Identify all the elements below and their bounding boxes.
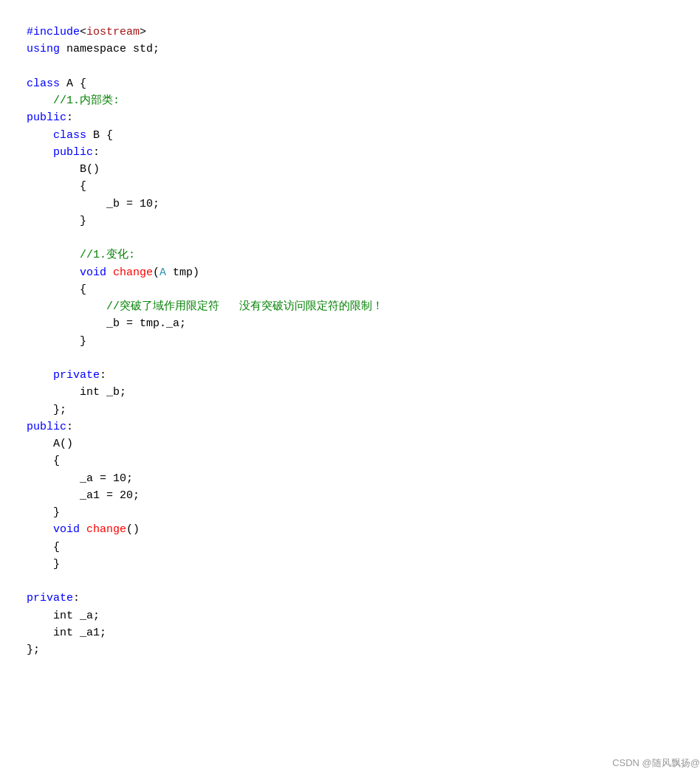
method-change-2: change: [86, 523, 126, 536]
watermark-text: CSDN @随风飘扬@: [612, 756, 700, 771]
comment-change: //1.变化:: [80, 249, 135, 261]
code-editor: #include<iostream> using namespace std; …: [15, 12, 700, 772]
line-1: #include<iostream> using namespace std; …: [27, 26, 383, 656]
comment-domain: //突破了域作用限定符 没有突破访问限定符的限制！: [106, 300, 383, 313]
keyword-public-2: public: [53, 146, 93, 159]
method-change-1: change: [113, 266, 153, 279]
type-a: A: [159, 266, 166, 279]
keyword-class-b: class: [53, 129, 86, 142]
keyword-void-1: void: [80, 266, 106, 279]
code-content: #include<iostream> using namespace std; …: [27, 24, 697, 658]
keyword-public-1: public: [27, 111, 66, 124]
include-lib: iostream: [86, 26, 140, 38]
keyword-class-a: class: [27, 77, 60, 90]
keyword-public-3: public: [27, 421, 66, 433]
constructor-a: A(): [27, 438, 73, 450]
comment-inner-class: //1.内部类:: [53, 94, 120, 107]
keyword-void-2: void: [53, 523, 80, 536]
constructor-b: B(): [27, 163, 100, 176]
keyword-private-2: private: [27, 592, 73, 604]
keyword-private-1: private: [53, 369, 100, 382]
keyword-using: using: [27, 43, 60, 55]
keyword-include: #include: [27, 26, 80, 38]
